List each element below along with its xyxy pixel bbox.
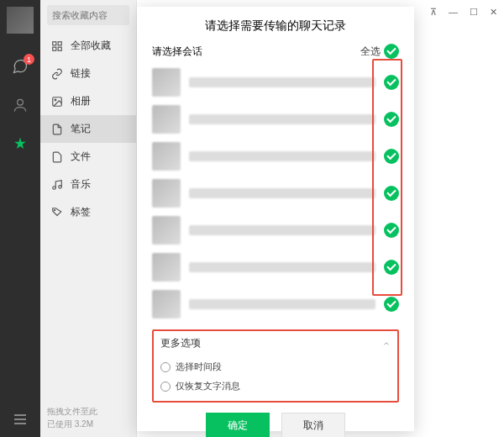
- session-item[interactable]: [152, 64, 399, 101]
- svg-point-6: [55, 99, 56, 101]
- sidebar-item-all[interactable]: 全部收藏: [40, 32, 136, 60]
- check-icon: [384, 75, 399, 90]
- option-text-only[interactable]: 仅恢复文字消息: [160, 376, 391, 396]
- svg-rect-2: [58, 41, 61, 45]
- badge: 1: [24, 54, 34, 65]
- search-input[interactable]: [47, 5, 129, 25]
- window-controls: ⊼ — ☐ ✕: [430, 7, 497, 18]
- check-icon: [384, 44, 399, 59]
- radio-icon: [160, 382, 171, 392]
- nav-rail: 1: [0, 0, 40, 437]
- contacts-icon[interactable]: [11, 96, 29, 114]
- image-icon: [50, 95, 64, 108]
- sidebar-label: 标签: [71, 205, 91, 219]
- session-label: 请选择会话: [152, 45, 202, 59]
- close-icon[interactable]: ✕: [490, 7, 497, 18]
- svg-point-0: [18, 99, 24, 105]
- option-time-range[interactable]: 选择时间段: [160, 357, 391, 376]
- modal-title: 请选择需要传输的聊天记录: [152, 18, 399, 34]
- svg-point-8: [59, 185, 62, 188]
- sidebar-label: 链接: [71, 66, 91, 81]
- session-item[interactable]: [152, 249, 399, 286]
- check-icon: [384, 112, 399, 127]
- check-icon: [384, 186, 399, 201]
- svg-point-9: [55, 209, 55, 210]
- sidebar-item-files[interactable]: 文件: [40, 143, 136, 171]
- more-label: 更多选项: [160, 336, 201, 350]
- session-item[interactable]: [152, 101, 399, 138]
- sidebar-footer: 拖拽文件至此 已使用 3.2M: [47, 405, 129, 430]
- check-icon: [384, 223, 399, 238]
- session-item[interactable]: [152, 175, 399, 212]
- minimize-icon[interactable]: —: [449, 7, 458, 18]
- sidebar-item-album[interactable]: 相册: [40, 87, 136, 115]
- sidebar-label: 音乐: [71, 177, 91, 192]
- sidebar-label: 笔记: [71, 122, 91, 136]
- more-options: 更多选项 选择时间段 仅恢复文字消息: [152, 329, 399, 403]
- sidebar-item-tags[interactable]: 标签: [40, 198, 136, 226]
- chevron-up-icon[interactable]: [382, 340, 391, 348]
- sidebar: 全部收藏 链接 相册 笔记 文件 音乐: [40, 0, 137, 437]
- check-icon: [384, 297, 399, 312]
- confirm-button[interactable]: 确定: [206, 413, 270, 437]
- svg-rect-4: [58, 47, 61, 50]
- tag-icon: [50, 206, 64, 219]
- svg-rect-1: [53, 41, 56, 45]
- grid-icon: [50, 39, 64, 53]
- favorites-icon[interactable]: [11, 134, 29, 153]
- note-icon: [50, 123, 64, 136]
- select-all[interactable]: 全选: [360, 44, 399, 59]
- radio-icon: [160, 362, 171, 372]
- sidebar-item-links[interactable]: 链接: [40, 60, 136, 87]
- session-item[interactable]: [152, 138, 399, 175]
- sidebar-item-music[interactable]: 音乐: [40, 171, 136, 198]
- svg-rect-3: [53, 47, 56, 50]
- file-icon: [50, 150, 64, 164]
- chat-icon[interactable]: 1: [11, 57, 29, 76]
- sidebar-label: 全部收藏: [71, 39, 111, 53]
- check-icon: [384, 149, 399, 164]
- check-icon: [384, 260, 399, 275]
- pin-icon[interactable]: ⊼: [430, 7, 437, 18]
- maximize-icon[interactable]: ☐: [470, 7, 478, 18]
- session-list: [152, 64, 399, 323]
- session-item[interactable]: [152, 286, 399, 323]
- avatar[interactable]: [7, 7, 34, 34]
- menu-icon[interactable]: [11, 410, 29, 429]
- sidebar-label: 文件: [71, 150, 91, 164]
- sidebar-label: 相册: [71, 94, 91, 108]
- transfer-modal: 请选择需要传输的聊天记录 请选择会话 全选 更多选项 选择时间段 仅恢复文字消息…: [137, 7, 414, 431]
- music-icon: [50, 178, 64, 192]
- search-box: [40, 0, 136, 30]
- sidebar-item-notes[interactable]: 笔记: [40, 115, 136, 143]
- session-item[interactable]: [152, 212, 399, 249]
- cancel-button[interactable]: 取消: [281, 413, 345, 437]
- svg-point-7: [53, 186, 56, 189]
- link-icon: [50, 67, 64, 81]
